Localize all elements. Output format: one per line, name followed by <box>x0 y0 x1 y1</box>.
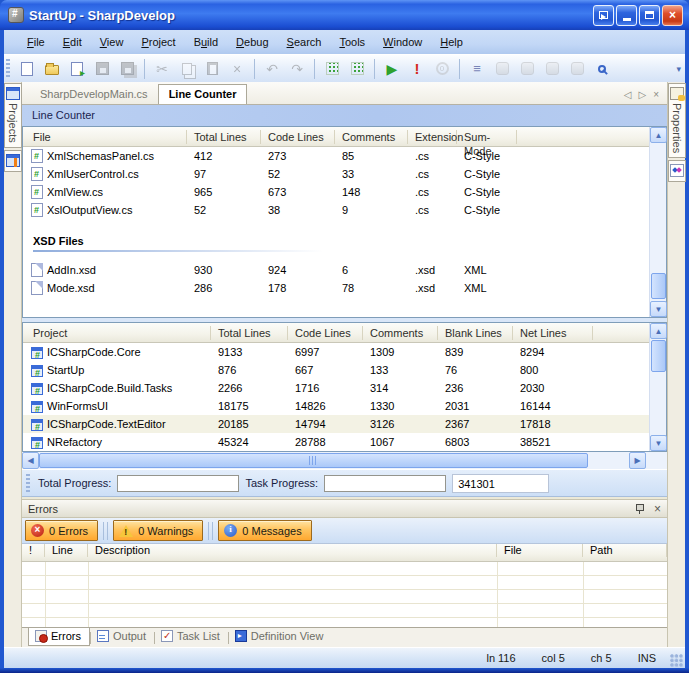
column-header-net-lines[interactable]: Net Lines <box>513 326 593 340</box>
files-table-scrollbar[interactable]: ▲ ▼ <box>649 127 666 317</box>
new-file-button[interactable] <box>15 57 39 81</box>
tab-definition-view[interactable]: Definition View <box>229 628 332 645</box>
minimize-button[interactable] <box>616 5 637 26</box>
pin-icon[interactable] <box>635 503 644 514</box>
scroll-down-icon[interactable]: ▼ <box>650 301 667 317</box>
column-header-project[interactable]: Project <box>23 326 211 340</box>
save-all-button[interactable] <box>115 57 139 81</box>
column-header-file[interactable]: File <box>23 130 187 144</box>
paste-button[interactable] <box>200 57 224 81</box>
column-header-total-lines[interactable]: Total Lines <box>187 130 261 144</box>
run-button[interactable]: ▶ <box>380 57 404 81</box>
column-header-code-lines[interactable]: Code Lines <box>261 130 335 144</box>
table-row[interactable]: ICSharpCode.Build.Tasks22661716314236203… <box>23 379 649 397</box>
sidebar-tab[interactable] <box>668 160 686 182</box>
menu-item-project[interactable]: Project <box>132 33 184 51</box>
table-row[interactable]: AddIn.xsd9309246.xsdXML <box>23 261 649 279</box>
menu-item-tools[interactable]: Tools <box>330 33 374 51</box>
menu-item-build[interactable]: Build <box>185 33 227 51</box>
scroll-right-icon[interactable]: ▶ <box>629 452 646 469</box>
toggle-bookmark-button[interactable] <box>490 57 514 81</box>
scroll-track[interactable] <box>39 452 629 469</box>
toolbar-grip[interactable] <box>6 59 10 79</box>
column-header-comments[interactable]: Comments <box>335 130 408 144</box>
warnings-filter-button[interactable]: 0 Warnings <box>113 520 203 541</box>
column-header-file[interactable]: File <box>497 544 583 557</box>
table-row[interactable]: ICSharpCode.Core9133699713098398294 <box>23 343 649 361</box>
table-row[interactable]: Mode.xsd28617878.xsdXML <box>23 279 649 297</box>
table-row[interactable]: XmlSchemasPanel.cs41227385.csC-Style <box>23 147 649 165</box>
close-pane-icon[interactable]: × <box>654 503 661 515</box>
copy-button[interactable] <box>175 57 199 81</box>
menu-item-view[interactable]: View <box>91 33 133 51</box>
cut-button[interactable]: ✂ <box>150 57 174 81</box>
scroll-up-icon[interactable]: ▲ <box>650 127 667 143</box>
column-header-sum-mode[interactable]: Sum-Mode <box>457 130 517 144</box>
tab-output[interactable]: Output <box>91 628 154 645</box>
column-header-path[interactable]: Path <box>583 544 667 557</box>
menu-item-help[interactable]: Help <box>431 33 472 51</box>
scroll-thumb[interactable] <box>651 273 666 299</box>
prev-tab-button[interactable]: ◁ <box>624 89 632 100</box>
prev-bookmark-button[interactable] <box>515 57 539 81</box>
tab-task-list[interactable]: Task List <box>155 628 228 645</box>
tab-errors[interactable]: Errors <box>28 628 90 646</box>
table-row[interactable]: WinFormsUI18175148261330203116144 <box>23 397 649 415</box>
column-header--[interactable]: ! <box>22 544 45 557</box>
menu-item-file[interactable]: File <box>18 33 54 51</box>
table-row[interactable]: XslOutputView.cs52389.csC-Style <box>23 201 649 219</box>
column-header-blank-lines[interactable]: Blank Lines <box>438 326 513 340</box>
tools-tab[interactable] <box>4 150 22 172</box>
table-row[interactable]: NRefactory45324287881067680338521 <box>23 433 649 451</box>
projects-tab[interactable]: Projects <box>4 83 22 148</box>
bookmark-list-button[interactable]: ≡ <box>465 57 489 81</box>
properties-tab[interactable]: Properties <box>668 83 686 158</box>
save-file-button[interactable] <box>90 57 114 81</box>
next-tab-button[interactable]: ▷ <box>638 89 646 100</box>
scroll-left-icon[interactable]: ◀ <box>22 452 39 469</box>
comment-region-button[interactable] <box>320 57 344 81</box>
uncomment-region-button[interactable] <box>345 57 369 81</box>
maximize-button[interactable] <box>639 5 660 26</box>
scroll-thumb[interactable] <box>39 453 588 468</box>
toolbar-overflow-button[interactable]: ▾ <box>676 67 681 71</box>
column-header-extension[interactable]: Extension <box>408 130 457 144</box>
stop-build-button[interactable]: ! <box>405 57 429 81</box>
scroll-down-icon[interactable]: ▼ <box>650 435 667 451</box>
scroll-up-icon[interactable]: ▲ <box>650 323 667 339</box>
menu-item-edit[interactable]: Edit <box>54 33 91 51</box>
close-button[interactable]: × <box>662 5 683 26</box>
search-button[interactable] <box>590 57 614 81</box>
column-header-description[interactable]: Description <box>88 544 497 557</box>
resize-grip[interactable] <box>670 654 683 667</box>
table-row[interactable]: XmlUserControl.cs975233.csC-Style <box>23 165 649 183</box>
menu-item-debug[interactable]: Debug <box>227 33 277 51</box>
doc-tab-line-counter[interactable]: Line Counter <box>158 84 248 104</box>
projects-table-scrollbar[interactable]: ▲ ▼ <box>649 323 666 451</box>
menu-item-search[interactable]: Search <box>278 33 331 51</box>
table-row[interactable]: XmlView.cs965673148.csC-Style <box>23 183 649 201</box>
open-with-button[interactable] <box>65 57 89 81</box>
scroll-thumb[interactable] <box>651 340 666 372</box>
column-header-total-lines[interactable]: Total Lines <box>211 326 288 340</box>
table-row[interactable]: StartUp87666713376800 <box>23 361 649 379</box>
column-header-comments[interactable]: Comments <box>363 326 438 340</box>
delete-button[interactable]: × <box>225 57 249 81</box>
redo-button[interactable]: ↷ <box>285 57 309 81</box>
statusbar-grip[interactable] <box>26 474 30 492</box>
titlebar[interactable]: StartUp - SharpDevelop × <box>0 0 689 30</box>
float-window-button[interactable] <box>593 5 614 26</box>
horizontal-scrollbar[interactable]: ◀ ▶ <box>22 452 667 469</box>
undo-button[interactable]: ↶ <box>260 57 284 81</box>
column-header-code-lines[interactable]: Code Lines <box>288 326 363 340</box>
table-row[interactable]: ICSharpCode.TextEditor201851479431262367… <box>23 415 649 433</box>
column-header-line[interactable]: Line <box>45 544 88 557</box>
menu-item-window[interactable]: Window <box>374 33 431 51</box>
doc-tab-sharpdevelopmain-cs[interactable]: SharpDevelopMain.cs <box>30 85 158 104</box>
open-file-button[interactable] <box>40 57 64 81</box>
profile-button[interactable]: 0 <box>430 57 454 81</box>
close-tab-button[interactable]: × <box>653 89 659 100</box>
messages-filter-button[interactable]: 0 Messages <box>218 520 311 541</box>
clear-bookmarks-button[interactable] <box>565 57 589 81</box>
next-bookmark-button[interactable] <box>540 57 564 81</box>
